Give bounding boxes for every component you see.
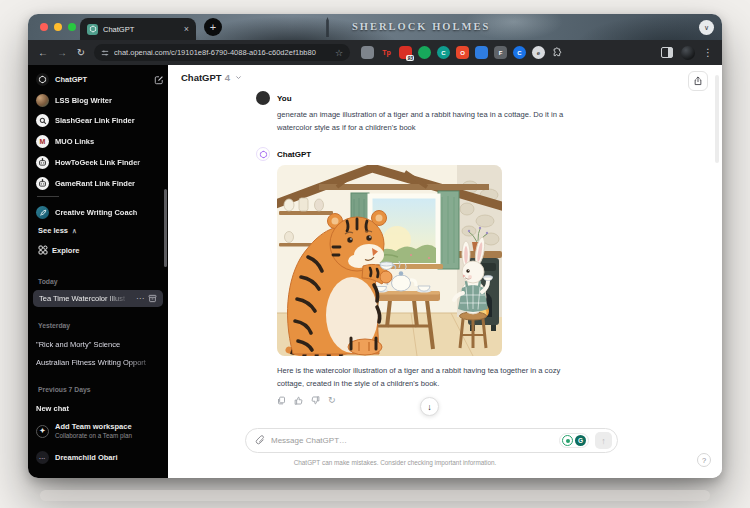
see-less-toggle[interactable]: See less ∧ xyxy=(38,226,77,235)
grammar-extension-icon[interactable]: G xyxy=(575,435,586,446)
robot-icon xyxy=(36,177,49,190)
extension-icon[interactable]: e xyxy=(532,46,545,59)
sidebar-item-slashgear-link-finder[interactable]: SlashGear Link Finder xyxy=(36,113,164,128)
message-author: You xyxy=(277,94,292,103)
model-name: ChatGPT xyxy=(181,72,222,83)
gpt-label: HowToGeek Link Finder xyxy=(55,158,164,167)
chevron-down-icon xyxy=(235,74,242,81)
assistant-message: ChatGPT xyxy=(256,147,608,405)
thumbs-down-icon[interactable] xyxy=(311,396,320,405)
browser-profile-avatar[interactable] xyxy=(681,46,695,60)
main-scrollbar-thumb[interactable] xyxy=(715,75,719,163)
model-version: 4 xyxy=(225,72,230,83)
browser-window: ChatGPT × + SHERLOCK HOLMES ∨ ← → ↻ chat… xyxy=(28,14,722,478)
robot-icon xyxy=(36,156,49,169)
chat-item-new-chat[interactable]: New chat xyxy=(36,401,162,415)
gpt-label: MUO Links xyxy=(55,137,164,146)
chat-item-selected[interactable]: Tea Time Watercolor Illust ⋯ xyxy=(33,290,163,307)
attach-paperclip-icon[interactable] xyxy=(255,435,265,446)
new-chat-pencil-icon[interactable] xyxy=(154,75,164,85)
add-team-workspace-button[interactable]: ✦ Add Team workspace Collaborate on a Te… xyxy=(36,421,164,441)
magnifier-icon xyxy=(36,114,49,127)
message-input[interactable] xyxy=(271,436,553,445)
address-bar[interactable]: chat.openai.com/c/19101e8f-6790-4088-a01… xyxy=(94,44,350,61)
regenerate-icon[interactable]: ↻ xyxy=(328,396,336,405)
bookmark-star-icon[interactable]: ☆ xyxy=(335,48,343,58)
theme-wallpaper-title: SHERLOCK HOLMES xyxy=(352,21,490,32)
extension-icon[interactable]: C xyxy=(437,46,450,59)
message-text: Here is the watercolor illustration of a… xyxy=(277,364,589,390)
extension-icon[interactable]: Tp xyxy=(380,46,393,59)
share-button[interactable] xyxy=(688,71,708,91)
split-view-icon[interactable] xyxy=(661,47,673,58)
extension-icon[interactable] xyxy=(418,46,431,59)
archive-icon[interactable] xyxy=(148,294,157,303)
tab-title: ChatGPT xyxy=(103,25,179,34)
sidebar-item-howtogeek-link-finder[interactable]: HowToGeek Link Finder xyxy=(36,155,164,170)
extension-badge: 93 xyxy=(406,55,414,61)
url-text[interactable]: chat.openai.com/c/19101e8f-6790-4088-a01… xyxy=(114,48,330,57)
copy-icon[interactable] xyxy=(277,396,286,405)
conversation: You generate an image illustration of a … xyxy=(256,91,608,418)
openai-logo-icon xyxy=(36,73,49,86)
back-button[interactable]: ← xyxy=(37,47,49,58)
help-button[interactable]: ? xyxy=(697,453,711,467)
extensions-row: Tp 93 C O F C e xyxy=(357,46,654,59)
extension-widgets: G xyxy=(559,433,589,448)
see-less-label: See less xyxy=(38,226,68,235)
zoom-window-button[interactable] xyxy=(68,23,76,31)
explore-label: Explore xyxy=(52,246,80,255)
site-settings-icon[interactable] xyxy=(101,49,109,57)
model-selector[interactable]: ChatGPT 4 xyxy=(181,72,242,83)
extension-dot-icon[interactable] xyxy=(562,435,573,446)
sidebar-item-muo-links[interactable]: M MUO Links xyxy=(36,134,164,149)
reload-button[interactable]: ↻ xyxy=(75,47,87,58)
account-avatar: ··· xyxy=(36,451,49,464)
thumbs-up-icon[interactable] xyxy=(294,396,303,405)
section-label-previous-7-days: Previous 7 Days xyxy=(38,386,91,393)
extension-icon[interactable] xyxy=(475,46,488,59)
sidebar-item-gamerant-link-finder[interactable]: GameRant Link Finder xyxy=(36,176,164,191)
user-avatar xyxy=(256,91,270,105)
scroll-to-bottom-button[interactable]: ↓ xyxy=(420,397,439,416)
grid-icon xyxy=(38,245,48,255)
section-label-today: Today xyxy=(38,278,58,285)
chat-options-icon[interactable]: ⋯ xyxy=(136,294,144,303)
chat-title: New chat xyxy=(36,404,162,413)
account-menu[interactable]: ··· Dreamchild Obari xyxy=(36,450,164,465)
chat-title: Australian Fitness Writing Opport xyxy=(36,358,162,367)
chat-item[interactable]: "Rick and Morty" Science xyxy=(36,337,162,351)
close-window-button[interactable] xyxy=(40,23,48,31)
message-text: generate an image illustration of a tige… xyxy=(277,108,589,134)
extension-icon[interactable]: 93 xyxy=(399,46,412,59)
extension-icon[interactable]: O xyxy=(456,46,469,59)
sparkle-plus-icon: ✦ xyxy=(36,425,49,438)
sidebar-item-lss-blog-writer[interactable]: LSS Blog Writer xyxy=(36,93,164,108)
forward-button[interactable]: → xyxy=(56,47,68,58)
sidebar-divider xyxy=(37,196,59,197)
gpt-label: Creative Writing Coach xyxy=(55,208,164,217)
generated-image[interactable] xyxy=(277,165,502,356)
sidebar-item-chatgpt[interactable]: ChatGPT xyxy=(36,72,164,87)
browser-toolbar: ← → ↻ chat.openai.com/c/19101e8f-6790-40… xyxy=(28,40,722,65)
minimize-window-button[interactable] xyxy=(54,23,62,31)
sidebar-item-creative-writing-coach[interactable]: Creative Writing Coach xyxy=(36,205,164,220)
extension-icon[interactable]: C xyxy=(513,46,526,59)
new-tab-button[interactable]: + xyxy=(204,18,222,36)
tab-overflow-chevron-icon[interactable]: ∨ xyxy=(699,20,714,35)
chevron-up-icon: ∧ xyxy=(72,227,77,235)
send-button[interactable]: ↑ xyxy=(595,432,612,449)
quill-icon xyxy=(36,206,49,219)
extensions-puzzle-icon[interactable] xyxy=(551,47,562,58)
browser-menu-icon[interactable]: ⋮ xyxy=(703,47,713,58)
gpt-label: LSS Blog Writer xyxy=(55,96,164,105)
browser-tab-chatgpt[interactable]: ChatGPT × xyxy=(80,18,196,40)
tab-close-icon[interactable]: × xyxy=(184,25,189,34)
extension-icon[interactable] xyxy=(361,46,374,59)
sidebar-scrollbar-thumb[interactable] xyxy=(164,189,167,267)
chat-item[interactable]: Australian Fitness Writing Opport xyxy=(36,355,162,369)
extension-icon[interactable]: F xyxy=(494,46,507,59)
user-message: You generate an image illustration of a … xyxy=(256,91,608,134)
sidebar-item-explore[interactable]: Explore xyxy=(38,245,80,255)
message-author: ChatGPT xyxy=(277,150,311,159)
